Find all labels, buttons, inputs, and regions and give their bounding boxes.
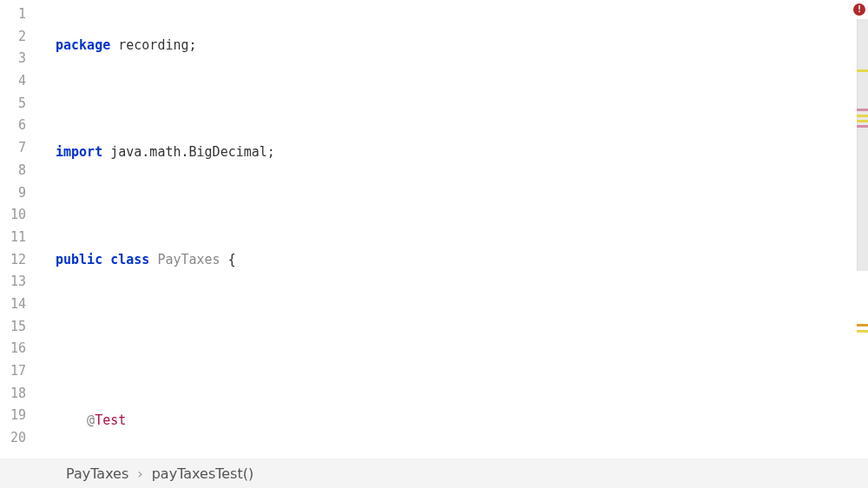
line-number: 16 <box>0 338 42 360</box>
breadcrumb-item-method[interactable]: payTaxesTest() <box>152 465 254 482</box>
line-number: 8 <box>0 160 42 182</box>
line-number: 15 <box>0 316 42 339</box>
line-number: 1 <box>0 3 42 26</box>
line-number: 14 <box>0 293 42 316</box>
line-number: 20 <box>0 427 42 450</box>
line-number: 5 <box>0 93 42 115</box>
error-indicator-icon[interactable]: ! <box>853 3 865 16</box>
breadcrumb-item-class[interactable]: PayTaxes <box>66 465 128 482</box>
line-number: 6 <box>0 115 42 137</box>
warning-marker[interactable] <box>857 324 868 326</box>
breadcrumb: PayTaxes › payTaxesTest() <box>0 458 868 488</box>
line-number: 17 <box>0 360 42 383</box>
code-line-1[interactable]: package recording; <box>42 35 868 57</box>
class-name: PayTaxes <box>149 252 220 267</box>
warning-marker[interactable] <box>857 69 868 72</box>
code-line-7[interactable] <box>42 356 868 379</box>
code-line-6[interactable] <box>42 302 868 325</box>
scroll-overlay: ! <box>857 0 868 458</box>
breadcrumb-separator-icon: › <box>137 465 142 482</box>
annotation: Test <box>95 412 126 428</box>
code-line-2[interactable] <box>42 89 868 111</box>
warning-marker[interactable] <box>857 330 868 333</box>
line-number: 10 <box>0 204 42 227</box>
error-marker[interactable] <box>857 109 868 111</box>
line-number: 9 <box>0 182 42 205</box>
warning-marker[interactable] <box>857 120 868 122</box>
line-number: 7 <box>0 137 42 160</box>
scrollbar-track[interactable] <box>857 19 868 271</box>
line-number: 18 <box>0 383 42 406</box>
line-number: 19 <box>0 405 42 427</box>
warning-marker[interactable] <box>857 115 868 117</box>
keyword: import <box>56 144 102 160</box>
code-editor[interactable]: 1 2 3 4 5 6 7 8 9 10 11 12 13 14 15 16 1… <box>0 0 868 458</box>
code-line-4[interactable] <box>42 195 868 218</box>
code-line-3[interactable]: import java.math.BigDecimal; <box>42 142 868 164</box>
keyword: public <box>56 252 102 267</box>
line-number: 2 <box>0 26 42 49</box>
code-content[interactable]: package recording; import java.math.BigD… <box>42 0 868 458</box>
line-number: 11 <box>0 227 42 249</box>
line-number: 13 <box>0 271 42 293</box>
line-number: 12 <box>0 249 42 272</box>
code-line-8[interactable]: @Test <box>42 410 868 432</box>
line-number: 4 <box>0 70 42 93</box>
line-number-gutter: 1 2 3 4 5 6 7 8 9 10 11 12 13 14 15 16 1… <box>0 0 42 458</box>
error-marker[interactable] <box>857 125 868 128</box>
line-number: 3 <box>0 48 42 70</box>
keyword: class <box>110 252 149 267</box>
code-line-5[interactable]: public class PayTaxes { <box>42 249 868 272</box>
keyword: package <box>56 37 110 53</box>
